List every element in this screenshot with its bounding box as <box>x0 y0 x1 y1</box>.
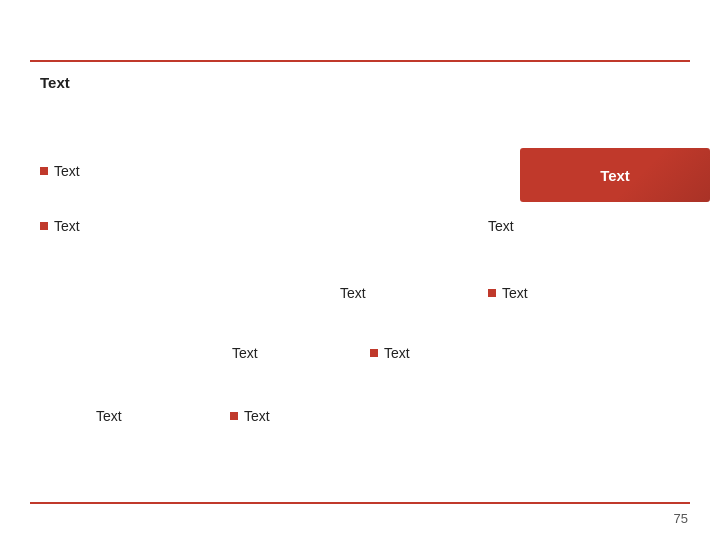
row2-bullet <box>40 222 48 230</box>
row3-right-item: Text <box>488 285 528 301</box>
row3-right-label: Text <box>502 285 528 301</box>
red-badge-label: Text <box>600 167 630 184</box>
row5-left-item: Text <box>96 408 122 424</box>
row4-right-item: Text <box>370 345 410 361</box>
row4-bullet <box>370 349 378 357</box>
red-badge: Text <box>520 148 710 202</box>
row3-center-label: Text <box>340 285 366 301</box>
row2-right-label: Text <box>488 218 514 234</box>
main-title: Text <box>40 74 70 91</box>
row1-left-item: Text <box>40 163 80 179</box>
row4-right-label: Text <box>384 345 410 361</box>
row5-left-label: Text <box>96 408 122 424</box>
row5-right-label: Text <box>244 408 270 424</box>
top-divider <box>30 60 690 62</box>
row4-center-item: Text <box>232 345 258 361</box>
row5-right-item: Text <box>230 408 270 424</box>
row3-bullet <box>488 289 496 297</box>
row2-left-label: Text <box>54 218 80 234</box>
row3-center-item: Text <box>340 285 366 301</box>
row2-right-item: Text <box>488 218 514 234</box>
page-number: 75 <box>674 511 688 526</box>
row1-bullet <box>40 167 48 175</box>
row1-left-label: Text <box>54 163 80 179</box>
row4-center-label: Text <box>232 345 258 361</box>
row2-left-item: Text <box>40 218 80 234</box>
row5-bullet <box>230 412 238 420</box>
bottom-divider <box>30 502 690 504</box>
